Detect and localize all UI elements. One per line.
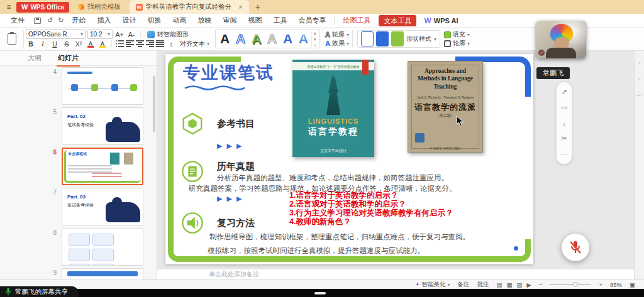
strip-icon-1[interactable]: ◦ <box>638 60 640 66</box>
text-effect-button[interactable]: A 效果 ▾ <box>325 39 349 48</box>
review-line1[interactable]: 制作思维导图，梳理知识框架，整理重点笔记，归纳重点难点，便于复习与查阅。 <box>209 232 470 242</box>
underline-button[interactable]: U <box>50 39 60 48</box>
menu-design[interactable]: 设计 <box>116 14 142 27</box>
menu-home[interactable]: 开始 <box>66 14 91 27</box>
slide-thumbnail-4[interactable]: 4 <box>0 67 157 105</box>
undo-icon[interactable]: ↺ <box>45 16 55 24</box>
thumbnail-preview[interactable]: 专业课笔试 <box>62 148 143 185</box>
superscript-button[interactable]: X² <box>74 39 84 48</box>
slide-thumbnail-5[interactable]: 5 Part. 02 笔试备考经验 <box>0 107 157 145</box>
zoom-in-button[interactable]: + <box>599 281 602 288</box>
notes-bar[interactable]: 单击此处添加备注 <box>157 269 634 279</box>
font-size-select[interactable]: 10.2 ▾ <box>87 30 113 39</box>
fit-slide-icon[interactable]: ▣ <box>630 281 635 288</box>
strikethrough-button[interactable]: S <box>62 39 72 48</box>
scroll-up-icon[interactable]: ▴ <box>314 31 316 36</box>
reading-view-icon[interactable]: ▧ <box>517 281 523 288</box>
decrease-font-button[interactable]: A- <box>126 30 136 39</box>
font-family-select[interactable]: OPPOSans R ▾ <box>26 30 86 39</box>
microphone-muted-button[interactable] <box>562 234 589 261</box>
justify-icon[interactable] <box>156 40 164 47</box>
tab-document[interactable]: W 学科英语教学方向复试经验分 × <box>130 0 249 14</box>
tab-slides[interactable]: 幻灯片 <box>58 53 79 63</box>
align-left-icon[interactable] <box>126 40 134 47</box>
global-menu-icon[interactable]: ≡ <box>4 3 14 11</box>
section-heading-past-papers[interactable]: 历年真题 <box>217 161 255 173</box>
review-line2[interactable]: 模拟练习，按照考试时间进行全真模拟，提升答题速度与应试能力。 <box>208 246 425 256</box>
font-color-button[interactable]: A <box>86 39 96 48</box>
shape-style-preset-1[interactable] <box>361 31 374 46</box>
section-heading-review-methods[interactable]: 复习方法 <box>217 217 255 229</box>
slideshow-icon[interactable]: ▶ <box>527 281 531 288</box>
download-tool-icon[interactable]: ↓ <box>562 119 566 127</box>
strip-icon-3[interactable]: ⋯ <box>636 92 642 99</box>
zoom-slider[interactable] <box>550 284 591 285</box>
align-center-icon[interactable] <box>136 40 144 47</box>
thumbnail-preview[interactable] <box>62 228 143 266</box>
italic-button[interactable]: I <box>38 39 48 48</box>
strip-icon-2[interactable]: ▫ <box>638 76 640 82</box>
menu-transition[interactable]: 切换 <box>142 14 167 27</box>
menu-text-tools-active[interactable]: 文本工具 <box>379 15 416 26</box>
more-tools-icon[interactable]: ⋯ <box>561 150 568 158</box>
text-style-preset-6[interactable]: A <box>296 30 311 48</box>
slide-thumbnail-6-selected[interactable]: 6 专业课笔试 <box>0 148 157 185</box>
meeting-bar-handle[interactable] <box>314 292 326 294</box>
menu-slideshow[interactable]: 放映 <box>192 14 217 27</box>
thumbnail-preview[interactable]: Part. 02 笔试备考经验 <box>62 107 143 145</box>
shape-style-preset-2[interactable] <box>376 31 389 46</box>
notes-button[interactable]: 备注 <box>458 281 470 289</box>
window-tool-icon[interactable]: ▭ <box>561 104 567 112</box>
text-style-preset-5[interactable]: A <box>280 30 296 48</box>
past-papers-line1[interactable]: 分析历年真题的题型、难度和考点，总结出题规律，如简答题注重应用。 <box>217 173 448 183</box>
thumbnail-preview[interactable]: Part. 03 复试备考经验 <box>62 188 143 225</box>
tab-docer-templates[interactable]: 找稻壳模板 <box>72 0 127 14</box>
menu-animation[interactable]: 动画 <box>167 14 192 27</box>
text-style-preset-4[interactable]: A <box>264 30 280 48</box>
menu-view[interactable]: 视图 <box>242 14 267 27</box>
smart-beautify-button[interactable]: ✦ 智能美化 ▾ <box>415 281 450 289</box>
increase-font-button[interactable]: A+ <box>114 30 125 39</box>
snip-tool-icon[interactable]: ✂ <box>561 134 567 143</box>
thumbnail-preview[interactable] <box>62 268 143 279</box>
section-heading-books[interactable]: 参考书目 <box>217 118 255 130</box>
shape-style-gallery[interactable]: 形状样式 ▾ <box>357 30 440 48</box>
menu-tools[interactable]: 工具 <box>267 14 292 27</box>
paste-button[interactable] <box>3 29 21 49</box>
slide-title[interactable]: 专业课笔试 <box>183 62 274 84</box>
screen-share-banner[interactable]: 常鹏飞的屏幕共享 <box>0 286 78 297</box>
close-tab-icon[interactable]: × <box>238 3 242 11</box>
current-slide[interactable]: 专业课笔试 参考书目 ▶ ▶ ▶ 普通高等教育“十一五”国家级规划教材 LING… <box>165 54 533 264</box>
tab-outline[interactable]: 大纲 <box>28 53 42 63</box>
line-spacing-icon[interactable]: ↕ <box>166 39 176 48</box>
scroll-down-icon[interactable]: ▾ <box>314 37 316 42</box>
participant-video[interactable] <box>536 21 586 58</box>
menu-draw-tools[interactable]: 绘图工具 <box>337 14 376 27</box>
align-text-button[interactable]: 对齐文本 ▾ <box>178 40 211 48</box>
shape-style-preset-3[interactable] <box>391 31 404 46</box>
zoom-out-button[interactable]: − <box>539 281 543 288</box>
zoom-slider-knob[interactable] <box>573 282 578 287</box>
text-style-preset-1[interactable]: A <box>217 30 233 48</box>
exam-questions[interactable]: 1.语言学对于英语教学的启示？ 2.语言观对于英语教和学的启示？ 3.行为主义学… <box>289 191 453 226</box>
slide-thumbnail-7[interactable]: 7 Part. 03 复试备考经验 <box>0 188 157 225</box>
align-right-icon[interactable] <box>146 40 154 47</box>
thumbnail-preview[interactable] <box>62 67 143 105</box>
text-outline-button[interactable]: A 轮廓 ▾ <box>325 30 349 39</box>
share-tool-icon[interactable]: ↗ <box>561 88 567 96</box>
menu-insert[interactable]: 插入 <box>91 14 116 27</box>
normal-view-icon[interactable]: ▤ <box>497 281 502 288</box>
menu-review[interactable]: 审阅 <box>217 14 242 27</box>
menu-member[interactable]: 会员专享 <box>292 14 331 27</box>
menu-file[interactable]: 文件 <box>5 14 30 27</box>
text-style-preset-2[interactable]: A <box>233 30 248 48</box>
wps-ai-button[interactable]: W WPS AI <box>419 16 463 25</box>
text-style-preset-3[interactable]: A <box>248 30 264 48</box>
slide-thumbnail-9[interactable]: 9 <box>0 268 157 279</box>
comments-button[interactable]: 批注 <box>477 281 489 289</box>
gallery-scroll[interactable]: ▴ ▾ ≡ <box>311 31 318 48</box>
book-cover-linguistics[interactable]: 普通高等教育“十一五”国家级规划教材 LINGUISTICS 语言学教程 北京大… <box>292 60 374 157</box>
convert-smart-graphic-button[interactable]: 转智能图形 <box>145 30 191 39</box>
sorter-view-icon[interactable]: ▦ <box>507 281 513 288</box>
highlight-color-button[interactable]: A <box>97 39 108 48</box>
